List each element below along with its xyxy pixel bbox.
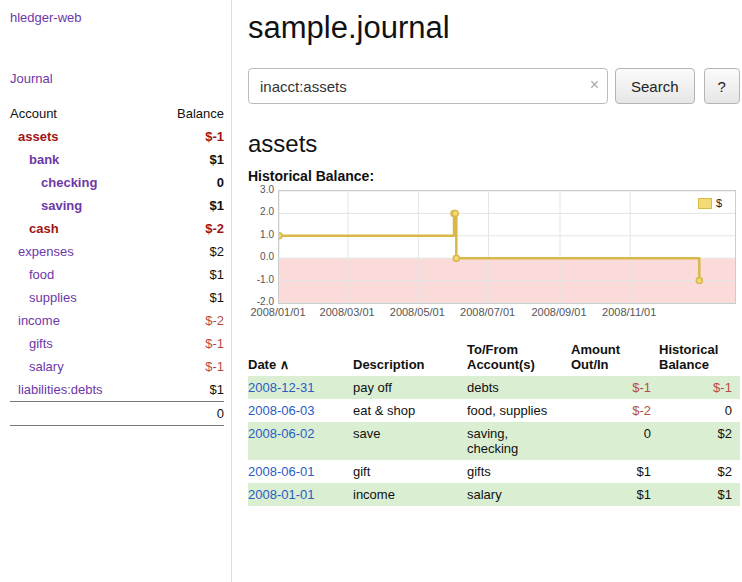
transaction-date-link[interactable]: 2008-06-02 [248,426,315,441]
transaction-balance: $2 [659,460,740,483]
col-header-balance-line2: Balance [659,357,732,372]
accounts-total-spacer [10,402,152,426]
search-button[interactable]: Search [615,68,695,104]
account-balance: $-1 [152,355,224,378]
transaction-balance: $1 [659,483,740,506]
account-row: supplies $1 [10,286,224,309]
transaction-description: income [353,483,467,506]
account-row: income $-2 [10,309,224,332]
chart-xtick-label: 2008/07/01 [460,306,515,318]
register-row: 2008-12-31 pay off debts $-1 $-1 [248,376,740,399]
transaction-description: eat & shop [353,399,467,422]
chart-ytick-label: 2.0 [248,206,274,217]
account-row: salary $-1 [10,355,224,378]
chart-xtick-label: 2008/05/01 [390,306,445,318]
chart-xlabels: 2008/01/012008/03/012008/05/012008/07/01… [278,306,734,320]
transaction-date-link[interactable]: 2008-12-31 [248,380,315,395]
col-header-amount-line1: Amount [571,342,651,357]
chart-xtick-label: 2008/11/01 [602,306,656,318]
transaction-balance: $-1 [659,376,740,399]
transaction-description: gift [353,460,467,483]
account-heading: assets [248,130,740,158]
chart-ylabels: 3.02.01.00.0-1.0-2.0 [248,190,274,302]
help-button[interactable]: ? [704,68,740,104]
accounts-table: Account Balance assets $-1 bank $1 check… [10,102,224,426]
account-balance: $1 [152,194,224,217]
chart-xtick-label: 2008/09/01 [531,306,586,318]
transaction-amount: $1 [571,483,659,506]
legend-swatch-icon [698,198,712,209]
account-link-liabilities-debts[interactable]: liabilities:debts [18,382,103,397]
account-row: checking 0 [10,171,224,194]
account-link-checking[interactable]: checking [41,175,97,190]
account-row: assets $-1 [10,125,224,148]
transaction-date-link[interactable]: 2008-06-01 [248,464,315,479]
chart-ytick-label: 3.0 [248,184,274,195]
account-link-food[interactable]: food [29,267,54,282]
chart-ytick-label: -1.0 [248,274,274,285]
account-row: food $1 [10,263,224,286]
transaction-description: pay off [353,376,467,399]
chart-plot-area: $ [278,190,736,304]
account-balance: $-2 [152,309,224,332]
transaction-date-link[interactable]: 2008-06-03 [248,403,315,418]
clear-search-icon[interactable]: × [590,76,599,94]
accounts-header-account: Account [10,102,152,125]
account-balance: $1 [152,148,224,171]
account-row: bank $1 [10,148,224,171]
account-link-supplies[interactable]: supplies [29,290,77,305]
balance-chart: 3.02.01.00.0-1.0-2.0 $ 2008/01/012008/03… [248,190,736,324]
app-title-link[interactable]: hledger-web [10,10,82,25]
col-header-amount: Amount Out/In [571,340,659,376]
col-header-date[interactable]: Date ∧ [248,340,353,376]
transaction-balance: 0 [659,399,740,422]
chart-ytick-label: 1.0 [248,229,274,240]
legend-label: $ [716,197,722,209]
register-table: Date ∧ Description To/From Account(s) Am… [248,340,740,506]
search-box: × [248,68,608,104]
chart-svg [279,191,735,303]
account-link-gifts[interactable]: gifts [29,336,53,351]
account-link-expenses[interactable]: expenses [18,244,74,259]
account-balance: $1 [152,378,224,402]
accounts-total: 0 [152,402,224,426]
chart-xtick-label: 2008/03/01 [320,306,375,318]
chart-legend: $ [695,196,725,210]
col-header-balance-line1: Historical [659,342,732,357]
search-row: × Search ? [248,68,740,104]
search-input[interactable] [248,68,608,104]
account-link-assets[interactable]: assets [18,129,58,144]
account-row: liabilities:debts $1 [10,378,224,402]
transaction-balance: $2 [659,422,740,460]
register-row: 2008-06-03 eat & shop food, supplies $-2… [248,399,740,422]
main-content: sample.journal × Search ? assets Histori… [232,0,742,582]
register-row: 2008-06-01 gift gifts $1 $2 [248,460,740,483]
account-link-bank[interactable]: bank [29,152,59,167]
transaction-accounts: salary [467,483,571,506]
account-row: expenses $2 [10,240,224,263]
transaction-accounts: debts [467,376,571,399]
account-balance: $1 [152,263,224,286]
account-link-cash[interactable]: cash [29,221,59,236]
col-header-balance: Historical Balance [659,340,740,376]
account-balance: $-1 [152,125,224,148]
transaction-date-link[interactable]: 2008-01-01 [248,487,315,502]
register-header-row: Date ∧ Description To/From Account(s) Am… [248,340,740,376]
account-row: gifts $-1 [10,332,224,355]
transaction-accounts: gifts [467,460,571,483]
accounts-total-row: 0 [10,402,224,426]
journal-link[interactable]: Journal [10,71,53,86]
account-link-saving[interactable]: saving [41,198,82,213]
transaction-amount: $-2 [571,399,659,422]
chart-title: Historical Balance: [248,168,740,184]
sidebar: hledger-web Journal Account Balance asse… [0,0,232,582]
account-link-income[interactable]: income [18,313,60,328]
register-row: 2008-01-01 income salary $1 $1 [248,483,740,506]
transaction-description: save [353,422,467,460]
transaction-accounts: food, supplies [467,399,571,422]
account-link-salary[interactable]: salary [29,359,64,374]
hledger-web-app: hledger-web Journal Account Balance asse… [0,0,742,582]
transaction-accounts: saving, checking [467,422,571,460]
col-header-accounts-line1: To/From [467,342,563,357]
sort-asc-icon: ∧ [280,357,290,372]
